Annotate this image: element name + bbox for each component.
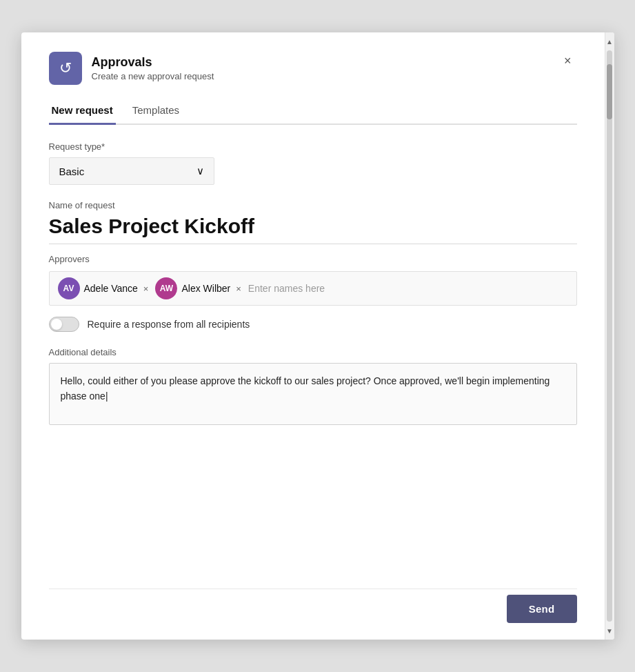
avatar-adele-vance: AV [58,277,80,299]
tab-templates[interactable]: Templates [130,99,182,125]
tabs-container: New request Templates [49,99,577,125]
chevron-down-icon: ∨ [196,165,204,177]
approvers-field[interactable]: AV Adele Vance × AW Alex Wilber × Enter … [49,271,577,306]
additional-details-label: Additional details [49,347,577,357]
close-button[interactable]: × [558,52,577,70]
approver-chip-aw: AW Alex Wilber × [155,277,242,299]
remove-approver-aw[interactable]: × [234,284,243,294]
avatar-alex-wilber: AW [155,277,177,299]
app-info: Approvals Create a new approval request [92,55,214,81]
name-divider [49,244,577,244]
dialog-container: ↺ Approvals Create a new approval reques… [21,32,614,640]
header-left: ↺ Approvals Create a new approval reques… [49,52,214,85]
scrollbar-track [607,50,612,622]
scroll-down-button[interactable]: ▼ [605,624,614,637]
approver-name-av: Adele Vance [84,283,138,294]
dialog-header: ↺ Approvals Create a new approval reques… [49,52,577,85]
tab-new-request[interactable]: New request [49,99,116,125]
additional-details-input[interactable]: Hello, could either of you please approv… [49,363,577,425]
app-subtitle: Create a new approval request [92,71,214,81]
request-type-label: Request type* [49,141,577,152]
request-type-value: Basic [59,166,85,177]
request-type-dropdown[interactable]: Basic ∨ [49,157,214,185]
dialog-footer: Send [49,589,577,623]
name-of-request-value[interactable]: Sales Project Kickoff [49,215,577,238]
approvers-input[interactable]: Enter names here [248,283,568,294]
scrollbar: ▲ ▼ [605,32,614,640]
response-toggle[interactable] [49,317,79,332]
scrollbar-thumb[interactable] [607,64,612,119]
app-icon: ↺ [49,52,82,85]
app-title: Approvals [92,55,214,70]
toggle-row: Require a response from all recipients [49,317,577,332]
toggle-knob [51,319,62,330]
send-button[interactable]: Send [507,595,577,623]
remove-approver-av[interactable]: × [142,284,150,294]
scroll-up-button[interactable]: ▲ [605,35,614,48]
dialog-main: ↺ Approvals Create a new approval reques… [21,32,605,640]
toggle-label: Require a response from all recipients [88,319,250,330]
approvals-icon: ↺ [59,59,72,77]
approver-name-aw: Alex Wilber [181,283,230,294]
approvers-label: Approvers [49,254,577,264]
name-of-request-label: Name of request [49,200,577,210]
approver-chip-av: AV Adele Vance × [58,277,150,299]
